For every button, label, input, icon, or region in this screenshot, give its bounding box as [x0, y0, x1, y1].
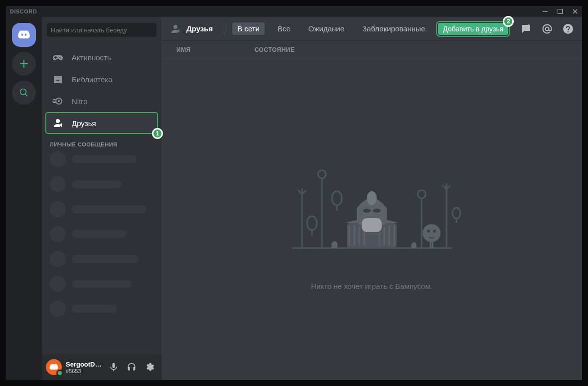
- topbar: Друзья В сети Все Ожидание Заблокированн…: [161, 17, 582, 41]
- page-title: Друзья: [186, 24, 213, 33]
- user-avatar[interactable]: [46, 359, 62, 375]
- nav-nitro[interactable]: Nitro: [46, 91, 157, 112]
- nav-label: Активность: [72, 53, 111, 62]
- nav-label: Друзья: [72, 119, 96, 128]
- status-indicator: [56, 370, 63, 377]
- close-button[interactable]: [572, 8, 578, 14]
- svg-point-17: [367, 191, 377, 205]
- svg-rect-0: [543, 11, 548, 12]
- mute-button[interactable]: [106, 359, 122, 375]
- titlebar: DISCORD: [6, 6, 582, 17]
- add-friend-label: Добавить в друзья: [443, 25, 503, 33]
- dm-search[interactable]: [47, 23, 156, 37]
- settings-button[interactable]: [142, 359, 157, 375]
- tab-online[interactable]: В сети: [232, 22, 265, 35]
- dm-search-input[interactable]: [51, 26, 152, 34]
- user-tag: #5653: [66, 368, 102, 374]
- svg-point-12: [307, 216, 317, 230]
- svg-point-20: [373, 209, 381, 213]
- chat-plus-icon: [520, 23, 532, 35]
- discover-button[interactable]: [12, 81, 36, 105]
- nav-label: Библиотека: [72, 75, 113, 84]
- mentions-button[interactable]: [541, 23, 553, 35]
- svg-point-19: [363, 209, 371, 213]
- svg-point-21: [423, 224, 441, 242]
- step-callout-1: 1: [152, 128, 163, 139]
- dm-placeholder-list: [42, 151, 161, 317]
- add-server-button[interactable]: [12, 52, 36, 76]
- topbar-title: Друзья: [169, 23, 224, 35]
- svg-point-5: [546, 27, 549, 30]
- column-name: ИМЯ: [176, 46, 191, 53]
- wumpus-illustration: [272, 148, 471, 268]
- library-icon: [52, 73, 64, 85]
- column-status: СОСТОЯНИЕ: [255, 46, 295, 53]
- help-button[interactable]: [562, 23, 574, 35]
- tab-blocked[interactable]: Заблокированные: [357, 22, 430, 35]
- friends-icon: [169, 23, 181, 35]
- friend-list-header: ИМЯ СОСТОЯНИЕ: [161, 41, 582, 59]
- svg-point-8: [318, 170, 326, 178]
- plus-icon: [18, 58, 30, 70]
- svg-point-22: [427, 230, 430, 233]
- new-group-dm-button[interactable]: [520, 23, 532, 35]
- add-friend-button[interactable]: Добавить в друзья 2: [438, 23, 508, 35]
- channel-panel: Активность Библиотека Nitro Друзья 1 ЛИЧ…: [42, 17, 161, 380]
- help-icon: [562, 23, 574, 35]
- app-brand: DISCORD: [10, 8, 37, 14]
- svg-point-10: [332, 191, 342, 205]
- nitro-icon: [52, 95, 64, 107]
- gear-icon: [145, 362, 154, 372]
- maximize-button[interactable]: [557, 8, 563, 14]
- nav-friends[interactable]: Друзья 1: [46, 113, 157, 133]
- empty-state-text: Никто не хочет играть с Вампусом.: [311, 282, 432, 290]
- server-list: [6, 17, 42, 380]
- svg-point-4: [58, 100, 60, 102]
- microphone-icon: [109, 362, 119, 372]
- minimize-button[interactable]: [542, 8, 548, 14]
- empty-state: Никто не хочет играть с Вампусом.: [161, 59, 582, 380]
- headphones-icon: [127, 362, 137, 372]
- tab-pending[interactable]: Ожидание: [303, 22, 349, 35]
- dm-section-header: ЛИЧНЫЕ СООБЩЕНИЯ: [42, 133, 161, 151]
- svg-rect-1: [558, 9, 563, 14]
- user-info[interactable]: SergootDis... #5653: [66, 361, 102, 374]
- friends-icon: [52, 117, 64, 129]
- search-icon: [19, 88, 29, 98]
- step-callout-2: 2: [503, 16, 514, 27]
- svg-point-23: [433, 230, 436, 233]
- svg-rect-18: [362, 218, 382, 232]
- window-controls: [542, 8, 578, 14]
- nav-activity[interactable]: Активность: [46, 47, 157, 68]
- user-panel: SergootDis... #5653: [42, 354, 161, 380]
- gamepad-icon: [52, 51, 64, 63]
- user-name: SergootDis...: [66, 361, 102, 368]
- nav-library[interactable]: Библиотека: [46, 69, 157, 90]
- main-content: Друзья В сети Все Ожидание Заблокированн…: [161, 17, 582, 380]
- nav-label: Nitro: [72, 97, 88, 106]
- home-button[interactable]: [12, 23, 36, 47]
- tab-all[interactable]: Все: [273, 22, 295, 35]
- svg-point-9: [418, 190, 426, 198]
- at-icon: [541, 23, 553, 35]
- svg-point-14: [452, 208, 460, 219]
- deafen-button[interactable]: [124, 359, 140, 375]
- discord-logo-icon: [17, 28, 31, 42]
